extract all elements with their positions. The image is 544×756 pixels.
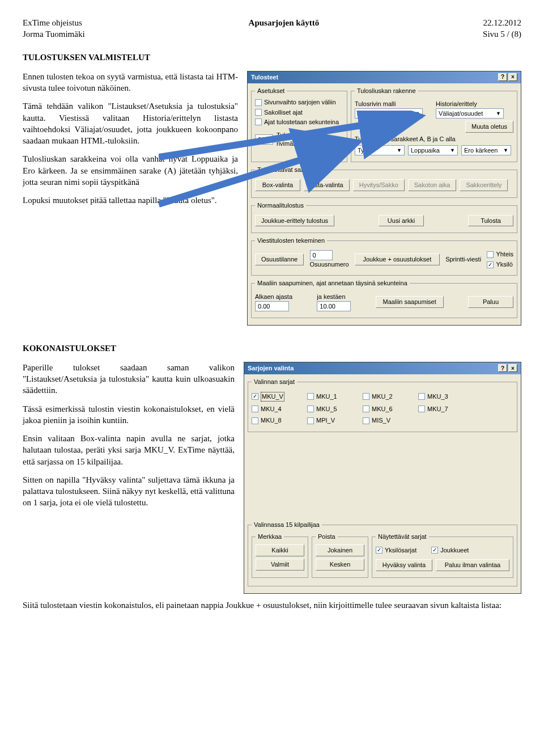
osuusnumero-input[interactable] (310, 250, 333, 260)
jokainen-button[interactable]: Jokainen (316, 544, 364, 556)
uusi-arkki-button[interactable]: Uusi arkki (379, 215, 424, 227)
maaliin-legend: Maaliin saapuminen, ajat annetaan täysin… (255, 279, 410, 288)
section-title-1: TULOSTUKSEN VALMISTELUT (23, 52, 521, 63)
sarake-b-value: Loppuaika (411, 146, 440, 155)
lista-valinta-button[interactable]: Lista-valinta (304, 179, 350, 191)
chk-sivunvaihto[interactable]: Sivunvaihto sarjojen väliin (255, 98, 336, 107)
sarja-label: MIS_V (372, 416, 390, 425)
help-icon[interactable]: ? (498, 73, 507, 81)
kaikki-button[interactable]: Kaikki (256, 544, 304, 556)
para-9: Siitä tulostetaan viestin kokonaistulos,… (23, 599, 521, 611)
chk-sakolliset[interactable]: Sakolliset ajat (255, 108, 303, 117)
check-mark-icon (363, 393, 369, 400)
valinnan-legend: Valinnan sarjat (252, 378, 297, 386)
check-mark-icon (307, 393, 314, 400)
sarja-label: MKU_V (261, 392, 284, 402)
sarake-a-combo[interactable]: Tyhjä▼ (355, 145, 405, 155)
sarja-checkbox[interactable]: ✓MKU_V (252, 392, 295, 402)
kestaa-input[interactable] (317, 301, 351, 311)
chk-yksilosarjat[interactable]: ✓Yksilösarjat (376, 546, 416, 555)
doc-author: Jorma Tuomimäki (23, 28, 85, 40)
sarja-label: MKU_1 (316, 392, 337, 401)
chk-yhteis[interactable]: Yhteis (487, 250, 513, 259)
sarja-checkbox[interactable]: MKU_8 (252, 416, 295, 425)
check-mark-icon (363, 406, 369, 412)
check-mark-icon: ✓ (376, 547, 382, 554)
osuustilanne-button[interactable]: Osuustilanne (255, 254, 304, 265)
check-mark-icon: ✓ (252, 393, 258, 400)
sarja-label: MKU_3 (427, 392, 448, 401)
sarake-b-combo[interactable]: Loppuaika▼ (408, 145, 458, 155)
sakkoerittely-button[interactable]: Sakkoerittely (460, 179, 508, 191)
close-icon[interactable]: × (508, 73, 517, 81)
sarja-checkbox[interactable]: MKU_5 (307, 405, 350, 413)
joukkue-erittely-button[interactable]: Joukkue-erittely tulostus (255, 215, 334, 227)
normaali-legend: Normaalitulostus (255, 201, 306, 210)
page-header: ExTime ohjeistus Jorma Tuomimäki Apusarj… (23, 17, 521, 40)
sarja-checkbox[interactable]: MKU_4 (252, 405, 295, 413)
valmiit-button[interactable]: Valmiit (256, 559, 304, 571)
historia-combo[interactable]: Väliajat/osuudet▼ (436, 108, 504, 119)
close-icon[interactable]: × (508, 364, 517, 372)
paluu-button[interactable]: Paluu (468, 296, 513, 308)
check-mark-icon (252, 406, 258, 412)
tulosrivin-value: Tulosrivi (358, 109, 381, 118)
rivimaara-label: Tulostusliuskan rivimäärä (277, 131, 343, 148)
sarja-label: MKU_5 (316, 405, 337, 413)
asetukset-legend: Asetukset (255, 87, 287, 95)
osuusnumero-label: Osuusnumero (310, 260, 349, 269)
sarja-checkbox[interactable]: MPI_V (307, 416, 350, 425)
joukkue-osuus-button[interactable]: Joukkue + osuustulokset (355, 254, 440, 265)
para-1: Ennen tulosten tekoa on syytä varmistua,… (23, 71, 238, 94)
chk-sekunteina-label: Ajat tulostetaan sekunteina (264, 118, 339, 126)
help-icon[interactable]: ? (498, 364, 507, 372)
chevron-down-icon: ▼ (496, 110, 501, 117)
chk-yksilo[interactable]: ✓Yksilö (487, 260, 512, 269)
sarake-c-combo[interactable]: Ero kärkeen▼ (461, 145, 511, 155)
check-mark-icon (418, 406, 425, 412)
kesken-button[interactable]: Kesken (316, 559, 364, 571)
check-mark-icon (252, 417, 258, 424)
tulosliuskan-legend: Tulosliuskan rakenne (355, 87, 418, 95)
muuta-oletus-button[interactable]: Muuta oletus (465, 121, 513, 133)
sarja-checkbox[interactable]: MKU_2 (363, 392, 406, 402)
sarja-checkbox[interactable]: MIS_V (363, 416, 406, 425)
sarja-label: MPI_V (316, 416, 335, 425)
para-2: Tämä tehdään valikon "Listaukset/Asetuks… (23, 100, 238, 146)
check-mark-icon (307, 406, 314, 412)
sarake-c-value: Ero kärkeen (464, 146, 498, 155)
sarja-checkbox[interactable]: MKU_6 (363, 405, 406, 413)
sarjojen-valinta-dialog: Sarjojen valinta ? × Valinnan sarjat ✓MK… (244, 362, 521, 594)
hyvaksy-button[interactable]: Hyväksy valinta (376, 559, 432, 571)
merkkaa-legend: Merkkaa (256, 533, 284, 541)
kestaa-label: ja kestäen (317, 293, 351, 301)
doc-date: 22.12.2012 (483, 17, 521, 28)
para-6: Tässä esimerkissä tulostin viestin kokon… (23, 403, 235, 426)
chk-sivunvaihto-label: Sivunvaihto sarjojen väliin (264, 98, 336, 107)
historia-value: Väliajat/osuudet (439, 109, 483, 118)
doc-section: Apusarjojen käyttö (249, 17, 320, 40)
tulostettavat-legend: Tulostettavat sarjat (255, 166, 312, 174)
sarja-checkbox[interactable]: MKU_3 (418, 392, 461, 402)
alkaen-label: Alkaen ajasta (255, 293, 292, 301)
box-valinta-button[interactable]: Box-valinta (255, 179, 300, 191)
para-3: Tulosliuskan sarakkeina voi olla vanhat … (23, 153, 238, 188)
chk-yksilo-label: Yksilö (496, 260, 512, 269)
chevron-down-icon: ▼ (415, 110, 420, 117)
tulosta-button[interactable]: Tulosta (468, 215, 513, 227)
chk-joukkueet[interactable]: ✓Joukkueet (431, 546, 469, 555)
chk-sekunteina[interactable]: Ajat tulostetaan sekunteina (255, 118, 339, 126)
rivimaara-input[interactable] (255, 134, 273, 145)
chevron-down-icon: ▼ (397, 147, 402, 154)
tulosrivin-combo[interactable]: Tulosrivi▼ (355, 108, 423, 119)
hyvitys-button[interactable]: Hyvitys/Sakko (353, 179, 405, 191)
section-title-2: KOKONAISTULOKSET (23, 343, 521, 354)
maaliin-button[interactable]: Maaliin saapumiset (376, 296, 444, 308)
alkaen-input[interactable] (255, 301, 289, 311)
sarja-checkbox[interactable]: MKU_1 (307, 392, 350, 402)
sarakkeet-label: Tulosliuskan sarakkeet A, B ja C alla (355, 135, 513, 143)
paluu-ilman-button[interactable]: Paluu ilman valintaa (436, 559, 509, 571)
dialog-title: Tulosteet (251, 73, 278, 82)
sakoton-button[interactable]: Sakoton aika (408, 179, 457, 191)
sarja-checkbox[interactable]: MKU_7 (418, 405, 461, 413)
